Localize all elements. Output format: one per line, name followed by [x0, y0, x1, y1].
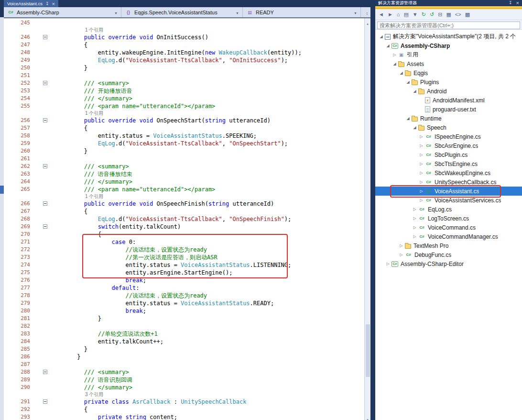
- splitter-icon[interactable]: [366, 8, 369, 17]
- code-line-288[interactable]: 288 /// <summary>: [4, 368, 364, 376]
- tree-item-assets[interactable]: ◢Assets: [375, 59, 522, 68]
- chevron-down-icon[interactable]: ▼: [413, 11, 418, 17]
- expanded-chevron-icon[interactable]: ◢: [378, 34, 384, 39]
- code-line-256[interactable]: 256 public override void OnSpeechStart(s…: [4, 117, 364, 124]
- code-line-285[interactable]: 285 }: [4, 345, 364, 353]
- panel-title-bar[interactable]: 解决方案资源管理器: [375, 0, 522, 6]
- show-all-files-icon[interactable]: ▦: [446, 11, 451, 18]
- refresh-icon[interactable]: ↻: [422, 11, 426, 18]
- codelens-references[interactable]: 1 个引用: [4, 193, 364, 200]
- tree-item-textmesh-pro[interactable]: ▷TextMesh Pro: [375, 241, 522, 250]
- tree-item-logtoscreen-cs[interactable]: ▷C#LogToScreen.cs: [375, 214, 522, 223]
- tree-item-voiceassistant-cs[interactable]: ▷C#VoiceAssistant.cs: [375, 187, 522, 196]
- expanded-chevron-icon[interactable]: ◢: [385, 44, 391, 48]
- collapsed-chevron-icon[interactable]: ▷: [412, 234, 418, 239]
- collapsed-chevron-icon[interactable]: ▷: [398, 243, 404, 248]
- tree-item-sbcplugin-cs[interactable]: ▷C#SbcPlugin.cs: [375, 150, 522, 159]
- tree-item-android[interactable]: ◢Android: [375, 87, 522, 96]
- collapsed-chevron-icon[interactable]: ▷: [418, 153, 424, 157]
- forward-icon[interactable]: ►: [388, 11, 393, 17]
- tree-item-speech[interactable]: ◢Speech: [375, 123, 522, 132]
- code-line-247[interactable]: 247 {: [4, 41, 364, 49]
- code-line-292[interactable]: 292 {: [4, 406, 364, 413]
- scrollbar-thumb[interactable]: [366, 324, 370, 377]
- tree-item-eqgis[interactable]: ◢Eqgis: [375, 68, 522, 77]
- properties-icon[interactable]: ▩: [465, 11, 470, 18]
- expanded-chevron-icon[interactable]: ◢: [412, 89, 418, 93]
- code-line-271[interactable]: 271 case 0:: [4, 238, 364, 246]
- code-line-287[interactable]: 287: [4, 361, 364, 368]
- codelens-references[interactable]: 3 个引用: [4, 391, 364, 398]
- fold-collapse-icon[interactable]: [43, 224, 47, 229]
- pin-icon[interactable]: [45, 1, 49, 6]
- codelens-references[interactable]: 1 个引用: [4, 27, 364, 33]
- code-line-289[interactable]: 289 /// 语音识别回调: [4, 376, 364, 384]
- code-line-273[interactable]: 273 //第一次说话是应答语，则启动ASR: [4, 254, 364, 261]
- expanded-chevron-icon[interactable]: ◢: [398, 71, 404, 75]
- close-icon[interactable]: [52, 1, 54, 7]
- home-icon[interactable]: ⌂: [397, 11, 400, 17]
- code-line-291[interactable]: 291 private class AsrCallback : UnitySpe…: [4, 398, 364, 406]
- code-line-277[interactable]: 277 default:: [4, 284, 364, 292]
- code-line-260[interactable]: 260 }: [4, 147, 364, 155]
- code-line-246[interactable]: 246 public override void OnInitSuccess(): [4, 33, 364, 41]
- fold-collapse-icon[interactable]: [43, 370, 47, 374]
- code-line-257[interactable]: 257 {: [4, 124, 364, 132]
- scroll-down-icon[interactable]: [365, 414, 370, 420]
- tree-item-sbcasrengine-cs[interactable]: ▷C#SbcAsrEngine.cs: [375, 141, 522, 150]
- code-line-249[interactable]: 249 EqLog.d("VoiceAssistant-TtsCallback"…: [4, 56, 364, 64]
- document-tab[interactable]: VoiceAssistant.cs: [4, 0, 58, 7]
- code-line-268[interactable]: 268 EqLog.d("VoiceAssistant-TtsCallback"…: [4, 215, 364, 223]
- tree-item-sbcttsengine-cs[interactable]: ▷C#SbcTtsEngine.cs: [375, 159, 522, 168]
- collapsed-chevron-icon[interactable]: ▷: [418, 189, 424, 193]
- tree-item-plugins[interactable]: ◢Plugins: [375, 77, 522, 87]
- code-line-250[interactable]: 250 }: [4, 64, 364, 72]
- code-line-259[interactable]: 259 EqLog.d("VoiceAssistant-TtsCallback"…: [4, 140, 364, 147]
- collapsed-chevron-icon[interactable]: ▷: [418, 144, 424, 148]
- project-dropdown[interactable]: Assembly-CSharp: [4, 7, 121, 17]
- code-line-280[interactable]: 280 break;: [4, 307, 364, 315]
- code-line-281[interactable]: 281 }: [4, 315, 364, 322]
- code-line-266[interactable]: 266 public override void OnSpeechFinish(…: [4, 200, 364, 208]
- editor-scrollbar[interactable]: [364, 18, 370, 420]
- fold-collapse-icon[interactable]: [43, 201, 47, 206]
- code-line-290[interactable]: 290 /// </summary>: [4, 384, 364, 391]
- tree-item-proguard-user-txt[interactable]: proguard-user.txt: [375, 105, 522, 114]
- collapsed-chevron-icon[interactable]: ▷: [412, 207, 418, 211]
- fold-collapse-icon[interactable]: [43, 118, 47, 122]
- fold-collapse-icon[interactable]: [43, 81, 47, 85]
- collapsed-chevron-icon[interactable]: ▷: [418, 198, 424, 202]
- tree-item-ispeechengine-cs[interactable]: ▷C#ISpeechEngine.cs: [375, 132, 522, 141]
- code-line-263[interactable]: 263 /// 语音播放结束: [4, 170, 364, 178]
- collapsed-chevron-icon[interactable]: ▷: [418, 162, 424, 166]
- code-line-267[interactable]: 267 {: [4, 208, 364, 215]
- code-line-253[interactable]: 253 /// 开始播放语音: [4, 87, 364, 95]
- codelens-references[interactable]: 1 个引用: [4, 110, 364, 117]
- tree-item-voiceassistantservices-cs[interactable]: ▷C#VoiceAssistantServices.cs: [375, 196, 522, 205]
- code-line-274[interactable]: 274 entity.status = VoiceAssistantStatus…: [4, 261, 364, 269]
- code-line-270[interactable]: 270 {: [4, 231, 364, 238]
- fold-collapse-icon[interactable]: [43, 164, 47, 168]
- expanded-chevron-icon[interactable]: ◢: [405, 80, 411, 84]
- code-line-284[interactable]: 284 entity.talkCount++;: [4, 338, 364, 345]
- collapsed-chevron-icon[interactable]: ▷: [412, 216, 418, 221]
- tree-item-unityspeechcallback-cs[interactable]: ▷C#UnitySpeechCallback.cs: [375, 177, 522, 187]
- fold-collapse-icon[interactable]: [43, 399, 47, 404]
- code-line-245[interactable]: 245: [4, 19, 364, 27]
- code-line-272[interactable]: 272 //说话结束，设置状态为ready: [4, 246, 364, 254]
- search-input[interactable]: [377, 22, 520, 29]
- code-line-252[interactable]: 252 /// <summary>: [4, 79, 364, 87]
- code-line-275[interactable]: 275 entity.asrEngine.StartEngine();: [4, 269, 364, 276]
- code-line-286[interactable]: 286 }: [4, 353, 364, 361]
- code-line-265[interactable]: 265 /// <param name="utteranceId"></para…: [4, 186, 364, 193]
- type-dropdown[interactable]: Eqgis.Speech.VoiceAssistantStatus: [121, 7, 243, 17]
- fold-collapse-icon[interactable]: [43, 35, 47, 39]
- tree-item-voiceassistantsample-2-2[interactable]: ◢∞解决方案"VoiceAssistantSample"(2 项目, 共 2 个: [375, 32, 522, 41]
- collapsed-chevron-icon[interactable]: ▷: [392, 53, 398, 57]
- collapse-all-icon[interactable]: ⊟: [438, 11, 442, 18]
- tree-item-voicecommandmanager-cs[interactable]: ▷C#VoiceCommandManager.cs: [375, 232, 522, 241]
- switch-views-icon[interactable]: ▤: [403, 11, 408, 18]
- scroll-up-icon[interactable]: [365, 18, 370, 24]
- tree-item-runtime[interactable]: ◢Runtime: [375, 114, 522, 123]
- back-icon[interactable]: ◄: [379, 11, 384, 17]
